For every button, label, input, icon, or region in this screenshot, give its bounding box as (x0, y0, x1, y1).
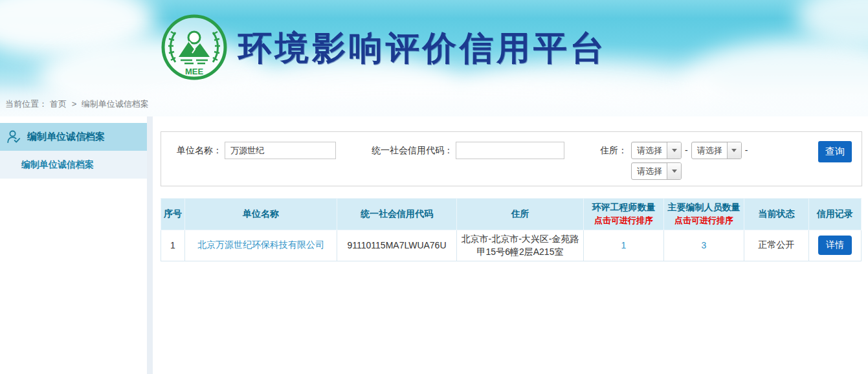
address-city-value: 请选择 (692, 142, 727, 159)
breadcrumb-home-link[interactable]: 首页 (50, 99, 67, 109)
company-name-label: 单位名称： (177, 142, 222, 159)
page-title: 环境影响评价信用平台 (238, 23, 607, 72)
cell-status: 正常公开 (744, 230, 809, 261)
chevron-down-icon[interactable] (727, 142, 741, 159)
header-staff-count-sortable[interactable]: 主要编制人员数量 点击可进行排序 (664, 199, 744, 230)
sidebar-item-label: 编制单位诚信档案 (27, 131, 105, 143)
credit-code-input[interactable] (456, 142, 564, 159)
results-table: 序号 单位名称 统一社会信用代码 住所 环评工程师数量 点击可进行排序 主要编制… (161, 198, 862, 261)
sidebar-subitem-label: 编制单位诚信档案 (21, 159, 94, 171)
site-header: MEE 环境影响评价信用平台 当前位置：首页 > 编制单位诚信档案 (0, 0, 868, 116)
mee-logo-icon: MEE (160, 13, 228, 82)
content-area: 单位名称： 统一社会信用代码： 住所： 请选择 请选择 (153, 116, 868, 374)
query-button[interactable]: 查询 (818, 141, 852, 162)
engineer-count-link[interactable]: 1 (621, 240, 627, 250)
sort-hint[interactable]: 点击可进行排序 (586, 215, 662, 226)
table-header-row: 序号 单位名称 统一社会信用代码 住所 环评工程师数量 点击可进行排序 主要编制… (161, 199, 862, 230)
detail-button[interactable]: 详情 (818, 236, 852, 255)
breadcrumb-prefix: 当前位置： (5, 99, 47, 109)
cell-address: 北京市-北京市-大兴区-金苑路甲15号6幢2层A215室 (457, 230, 584, 261)
cell-seq: 1 (161, 230, 185, 261)
header-credit-code: 统一社会信用代码 (337, 199, 457, 230)
header-company: 单位名称 (185, 199, 337, 230)
company-name-input[interactable] (225, 142, 336, 159)
header-engineer-count-sortable[interactable]: 环评工程师数量 点击可进行排序 (584, 199, 664, 230)
address-district-value: 请选择 (632, 163, 667, 179)
address-province-select[interactable]: 请选择 (631, 142, 682, 159)
sidebar: 编制单位诚信档案 编制单位诚信档案 (0, 116, 147, 374)
address-separator: - (745, 142, 748, 159)
company-name-link[interactable]: 北京万源世纪环保科技有限公司 (197, 239, 324, 250)
credit-code-label: 统一社会信用代码： (372, 142, 453, 159)
svg-text:MEE: MEE (185, 67, 204, 76)
sidebar-item-credit-archive[interactable]: 编制单位诚信档案 (0, 123, 147, 151)
address-label: 住所： (600, 142, 627, 159)
sort-hint[interactable]: 点击可进行排序 (666, 215, 742, 226)
cell-credit-code: 91110115MA7LWUA76U (337, 230, 457, 261)
breadcrumb-separator: > (72, 99, 77, 109)
address-province-value: 请选择 (632, 142, 667, 159)
search-panel: 单位名称： 统一社会信用代码： 住所： 请选择 请选择 (161, 131, 862, 186)
chevron-down-icon[interactable] (667, 163, 681, 179)
chevron-down-icon[interactable] (667, 142, 681, 159)
staff-count-link[interactable]: 3 (702, 240, 707, 250)
header-address: 住所 (457, 199, 584, 230)
address-district-select[interactable]: 请选择 (631, 162, 682, 180)
address-separator: - (685, 142, 688, 159)
header-status: 当前状态 (744, 199, 809, 230)
table-row: 1 北京万源世纪环保科技有限公司 91110115MA7LWUA76U 北京市-… (161, 230, 862, 261)
breadcrumb-current[interactable]: 编制单位诚信档案 (82, 99, 149, 109)
main-area: 编制单位诚信档案 编制单位诚信档案 单位名称： 统一社会信用代码： 住所： (0, 116, 868, 374)
user-check-icon (6, 129, 21, 144)
sidebar-subitem-credit-archive[interactable]: 编制单位诚信档案 (0, 151, 147, 179)
header-seq: 序号 (161, 199, 185, 230)
header-credit-record: 信用记录 (809, 199, 862, 230)
sidebar-content-divider (147, 116, 153, 374)
address-city-select[interactable]: 请选择 (691, 142, 742, 159)
breadcrumb: 当前位置：首页 > 编制单位诚信档案 (5, 98, 151, 110)
